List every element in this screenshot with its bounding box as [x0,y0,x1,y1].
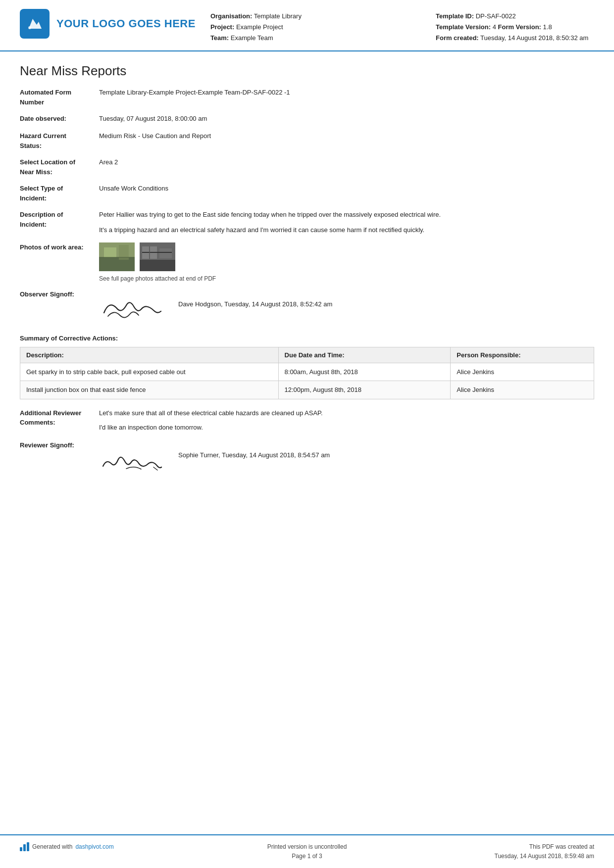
photos-caption: See full page photos attached at end of … [99,274,594,284]
table-header-due-date: Due Date and Time: [278,347,451,363]
photo-thumbnails [99,242,594,271]
team-label: Team: [210,34,229,42]
location-label: Select Location of Near Miss: [20,157,99,177]
form-version-label: Form Version: [498,23,541,31]
bar-chart-icon [20,842,29,851]
photos-row: Photos of work area: [20,242,594,284]
photos-value: See full page photos attached at end of … [99,242,594,284]
header-meta-right: Template ID: DP-SAF-0022 Template Versio… [436,9,594,44]
bar-1 [20,847,22,851]
bar-3 [27,842,29,851]
template-version-value: 4 [493,23,496,31]
table-header-description: Description: [20,347,279,363]
hazard-label: Hazard Current Status: [20,131,99,150]
reviewer-signoff-row: Reviewer Signoff: Sophie Turner, Tuesday… [20,441,594,474]
header-meta-center: Organisation: Template Library Project: … [210,9,436,44]
main-content: Near Miss Reports Automated Form Number … [0,51,614,834]
logo-icon [20,9,50,39]
pdf-created-value: Tuesday, 14 August 2018, 8:59:48 am [403,852,594,861]
table-row: Get sparky in to strip cable back, pull … [20,363,594,381]
reviewer-signature-svg [99,441,163,474]
location-row: Select Location of Near Miss: Area 2 [20,157,594,177]
photo-thumb-1 [99,242,135,271]
svg-rect-9 [159,248,172,258]
table-cell-due_date: 8:00am, August 8th, 2018 [278,363,451,381]
description-value: Peter Hallier was trying to get to the E… [99,210,594,236]
footer-bar-icon: Generated with dashpivot.com [20,842,211,852]
svg-rect-2 [99,257,135,271]
photo-thumb-2 [140,242,175,271]
summary-title: Summary of Corrective Actions: [20,335,594,342]
svg-rect-3 [104,247,116,257]
observer-meta: Dave Hodgson, Tuesday, 14 August 2018, 8… [178,290,332,308]
printed-line2: Page 1 of 3 [211,852,403,861]
form-created-value: Tuesday, 14 August 2018, 8:50:32 am [480,34,588,42]
generated-link[interactable]: dashpivot.com [75,842,113,852]
date-label: Date observed: [20,114,99,124]
description-label: Description of Incident: [20,210,99,229]
incident-type-value: Unsafe Work Conditions [99,184,594,194]
table-cell-person: Alice Jenkins [451,363,594,381]
photos-label: Photos of work area: [20,242,99,252]
svg-rect-7 [140,260,175,271]
description-para-2: It's a tripping hazard and an electrical… [99,225,594,236]
reviewer-signoff-label: Reviewer Signoff: [20,441,99,449]
generated-prefix: Generated with [32,842,72,852]
template-id-label: Template ID: [436,12,474,20]
footer-col-printed: Printed version is uncontrolled Page 1 o… [211,842,403,861]
description-para-1: Peter Hallier was trying to get to the E… [99,210,594,220]
location-value: Area 2 [99,157,594,168]
incident-type-label: Select Type of Incident: [20,184,99,203]
reviewer-comments-label: Additional Reviewer Comments: [20,408,99,428]
bar-2 [23,844,26,851]
footer-col-pdf: This PDF was created at Tuesday, 14 Augu… [403,842,594,861]
reviewer-comments-value: Let's make sure that all of these electr… [99,408,594,433]
description-row: Description of Incident: Peter Hallier w… [20,210,594,236]
table-cell-description: Get sparky in to strip cable back, pull … [20,363,279,381]
table-header-person: Person Responsible: [451,347,594,363]
reviewer-comment-2: I'd like an inspection done tomorrow. [99,423,594,433]
incident-type-row: Select Type of Incident: Unsafe Work Con… [20,184,594,203]
printed-line1: Printed version is uncontrolled [211,842,403,852]
form-number-value: Template Library-Example Project-Example… [99,88,594,98]
reviewer-signature-block: Sophie Turner, Tuesday, 14 August 2018, … [99,441,330,474]
observer-signature-block: Dave Hodgson, Tuesday, 14 August 2018, 8… [99,290,332,323]
table-cell-person: Alice Jenkins [451,381,594,399]
svg-point-0 [28,26,31,29]
doc-title: Near Miss Reports [20,63,594,79]
hazard-row: Hazard Current Status: Medium Risk - Use… [20,131,594,150]
org-value: Template Library [254,12,302,20]
date-value: Tuesday, 07 August 2018, 8:00:00 am [99,114,594,124]
observer-signoff-label: Observer Signoff: [20,290,99,298]
template-id-value: DP-SAF-0022 [476,12,516,20]
date-row: Date observed: Tuesday, 07 August 2018, … [20,114,594,124]
header-logo: YOUR LOGO GOES HERE [20,9,196,39]
summary-section: Summary of Corrective Actions: Descripti… [20,335,594,399]
form-version-value: 1.8 [543,23,552,31]
reviewer-comments-row: Additional Reviewer Comments: Let's make… [20,408,594,433]
form-number-row: Automated Form Number Template Library-E… [20,88,594,107]
org-label: Organisation: [210,12,253,20]
project-label: Project: [210,23,234,31]
header: YOUR LOGO GOES HERE Organisation: Templa… [0,0,614,51]
footer-col-generated: Generated with dashpivot.com [20,842,211,852]
form-created-label: Form created: [436,34,479,42]
reviewer-meta: Sophie Turner, Tuesday, 14 August 2018, … [178,441,330,459]
observer-signature-svg [99,290,163,323]
project-value: Example Project [236,23,283,31]
logo-text: YOUR LOGO GOES HERE [56,17,196,30]
page-wrapper: YOUR LOGO GOES HERE Organisation: Templa… [0,0,614,868]
table-cell-due_date: 12:00pm, August 8th, 2018 [278,381,451,399]
hazard-value: Medium Risk - Use Caution and Report [99,131,594,142]
observer-signoff-row: Observer Signoff: Dave Hodgson, Tuesday,… [20,290,594,323]
footer: Generated with dashpivot.com Printed ver… [0,834,614,868]
table-row: Install junction box on that east side f… [20,381,594,399]
reviewer-comment-1: Let's make sure that all of these electr… [99,408,594,419]
form-number-label: Automated Form Number [20,88,99,107]
table-cell-description: Install junction box on that east side f… [20,381,279,399]
summary-table: Description: Due Date and Time: Person R… [20,347,594,399]
team-value: Example Team [231,34,273,42]
template-version-label: Template Version: [436,23,491,31]
pdf-created-label: This PDF was created at [403,842,594,852]
